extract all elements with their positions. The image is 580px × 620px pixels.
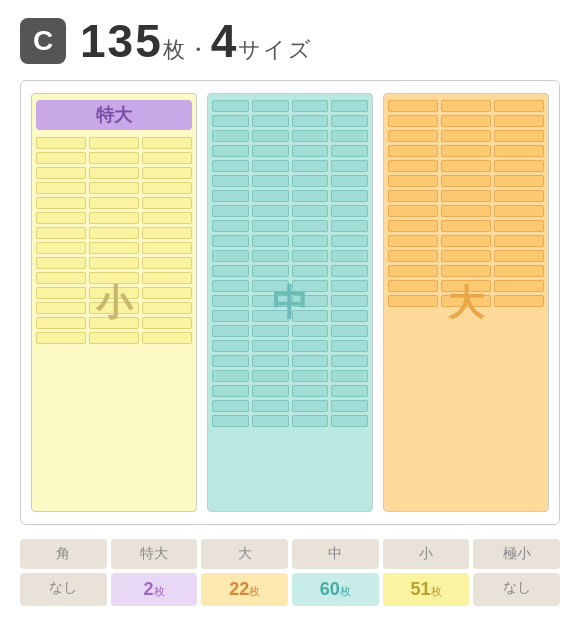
- header: C 135枚・4サイズ: [20, 18, 560, 64]
- card-small-stickers: [36, 137, 192, 505]
- header-cell-4: 小: [383, 539, 470, 569]
- header-title: 135枚・4サイズ: [80, 18, 313, 64]
- header-cell-2: 大: [201, 539, 288, 569]
- separator: ・: [187, 37, 211, 62]
- card-medium-stickers: [212, 100, 368, 505]
- header-cell-3: 中: [292, 539, 379, 569]
- value-cell-0: なし: [20, 573, 107, 606]
- table-value-row: なし 2枚 22枚 60枚 51枚 なし: [20, 573, 560, 606]
- header-cell-5: 極小: [473, 539, 560, 569]
- cards-container: 特大 小 中 大: [20, 80, 560, 525]
- count-number: 135: [80, 15, 163, 67]
- c-badge: C: [20, 18, 66, 64]
- size-number: 4: [211, 15, 239, 67]
- header-cell-0: 角: [20, 539, 107, 569]
- card-small-top-label: 特大: [36, 100, 192, 130]
- value-cell-4: 51枚: [383, 573, 470, 606]
- size-unit: サイズ: [238, 37, 313, 62]
- card-large: 大: [383, 93, 549, 512]
- value-cell-3: 60枚: [292, 573, 379, 606]
- count-unit: 枚: [163, 37, 187, 62]
- value-cell-5: なし: [473, 573, 560, 606]
- value-cell-2: 22枚: [201, 573, 288, 606]
- table-header-row: 角 特大 大 中 小 極小: [20, 539, 560, 569]
- card-medium: 中: [207, 93, 373, 512]
- value-cell-1: 2枚: [111, 573, 198, 606]
- badge-label: C: [33, 25, 53, 57]
- bottom-table: 角 特大 大 中 小 極小 なし 2枚 22枚 60枚 51枚 なし: [20, 539, 560, 606]
- header-cell-1: 特大: [111, 539, 198, 569]
- card-small: 特大 小: [31, 93, 197, 512]
- card-large-stickers: [388, 100, 544, 505]
